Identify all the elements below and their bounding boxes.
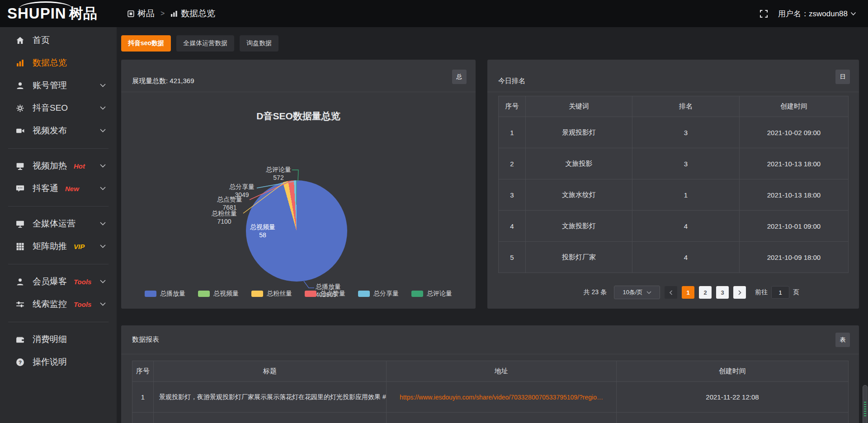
sidebar-item-video-publish[interactable]: 视频发布: [0, 119, 117, 142]
next-page-button[interactable]: [733, 286, 746, 299]
table-row: 4文旅投影灯42021-10-01 09:00: [499, 211, 849, 242]
chevron-down-icon: [100, 187, 106, 190]
chevron-down-icon: [646, 291, 651, 294]
page-button-2[interactable]: 2: [699, 286, 712, 299]
ranking-panel-title: 今日排名: [487, 60, 859, 92]
breadcrumb-current[interactable]: 数据总览: [170, 8, 215, 19]
breadcrumb-separator: >: [160, 9, 165, 18]
sidebar-divider: [8, 322, 108, 322]
table-corner-button[interactable]: 表: [835, 333, 850, 347]
pie-label-videos: 总视频量58: [240, 223, 285, 239]
table-header-row: 序号 关键词 排名 创建时间: [499, 96, 849, 117]
ranking-table: 序号 关键词 排名 创建时间 1景观投影灯32021-10-02 09:00 2…: [498, 96, 849, 273]
user-icon: [15, 81, 25, 90]
legend-swatch: [305, 291, 316, 297]
legend-item-comments[interactable]: 总评论量: [411, 290, 452, 298]
scrollbar-thumb[interactable]: [863, 385, 868, 423]
total-corner-button[interactable]: 总: [452, 70, 467, 84]
sidebar-nav: 首页 数据总览 账号管理 抖音SEO 视频发布 视频加热 Hot: [0, 27, 117, 423]
chevron-right-icon: [738, 290, 741, 295]
chevron-down-icon: [100, 129, 106, 132]
sidebar-item-douketong[interactable]: 抖客通 New: [0, 177, 117, 200]
tab-inquiry-data[interactable]: 询盘数据: [240, 35, 278, 52]
legend-item-shares[interactable]: 总分享量: [358, 290, 399, 298]
grid-icon: [15, 242, 25, 251]
legend-item-videos[interactable]: 总视频量: [198, 290, 239, 298]
page-button-3[interactable]: 3: [716, 286, 729, 299]
legend-swatch: [251, 291, 263, 297]
breadcrumb-home[interactable]: 树品: [127, 8, 155, 19]
sidebar-item-matrix-boost[interactable]: 矩阵助推 VIP: [0, 235, 117, 258]
tab-douyin-seo-data[interactable]: 抖音seo数据: [121, 35, 171, 52]
sidebar-item-lead-monitor[interactable]: 线索监控 Tools: [0, 293, 117, 315]
legend-item-fans[interactable]: 总粉丝量: [251, 290, 292, 298]
tools-badge: Tools: [74, 301, 91, 308]
sliders-icon: [15, 300, 25, 309]
chart-title: D音SEO数据量总览: [121, 110, 476, 122]
day-corner-button[interactable]: 日: [835, 70, 850, 84]
sidebar-item-media-operation[interactable]: 全媒体运营: [0, 212, 117, 235]
app-logo: SHUPIN 树品: [0, 0, 117, 27]
chevron-down-icon: [100, 84, 106, 87]
hot-badge: Hot: [74, 162, 85, 170]
table-row: 3文旅水纹灯12021-10-13 18:00: [499, 179, 849, 211]
chevron-left-icon: [670, 290, 673, 295]
scrollbar-stripes: [864, 401, 866, 416]
sidebar-item-home[interactable]: 首页: [0, 29, 117, 52]
sidebar-item-spend-detail[interactable]: 消费明细: [0, 328, 117, 351]
impressions-summary: 展现量总数: 421,369: [121, 60, 476, 92]
top-header: SHUPIN 树品 树品 > 数据总览 用户名：zswo: [0, 0, 868, 27]
sidebar-divider: [8, 264, 108, 264]
svg-text:?: ?: [19, 359, 22, 365]
sidebar-item-douyin-seo[interactable]: 抖音SEO: [0, 97, 117, 119]
pie-chart-area: D音SEO数据量总览 总评论量572 总分享量3049 总点赞量7681 总粉丝…: [121, 93, 476, 309]
video-link[interactable]: https://www.iesdouyin.com/share/video/70…: [400, 394, 603, 401]
video-camera-icon: [15, 126, 25, 136]
sidebar-item-help[interactable]: ? 操作说明: [0, 351, 117, 373]
sidebar-item-video-heat[interactable]: 视频加热 Hot: [0, 155, 117, 177]
pagination: 共 23 条 10条/页 1 2 3 前往 页: [487, 286, 859, 299]
wallet-icon: [15, 335, 25, 344]
chevron-down-icon: [850, 12, 856, 16]
table-row: 1景观投影灯32021-10-02 09:00: [499, 117, 849, 148]
page-size-select[interactable]: 10条/页: [614, 286, 660, 299]
username-label: 用户名：zswodun88: [778, 9, 848, 19]
question-icon: ?: [15, 357, 25, 367]
goto-page-input[interactable]: [771, 286, 789, 299]
pie-label-comments: 总评论量572: [256, 165, 301, 182]
legend-item-plays[interactable]: 总播放量: [145, 290, 185, 298]
legend-item-likes[interactable]: 总点赞量: [305, 290, 345, 298]
impressions-panel: 展现量总数: 421,369 总 D音SEO数据量总览 总评论量572 总分享量…: [121, 60, 476, 309]
bar-chart-icon: [170, 10, 178, 17]
fullscreen-icon[interactable]: [760, 9, 768, 18]
sidebar-item-account[interactable]: 账号管理: [0, 74, 117, 97]
table-row: 1 景观投影灯，夜游景观投影灯厂家展示展示落花灯在花园里的灯光投影应用效果 # …: [132, 382, 849, 413]
legend-swatch: [198, 291, 210, 297]
user-menu[interactable]: 用户名：zswodun88: [778, 9, 856, 19]
chat-bubble-icon: [15, 184, 25, 193]
tab-media-operation-data[interactable]: 全媒体运营数据: [176, 35, 234, 52]
sidebar-item-member-burst[interactable]: 会员爆客 Tools: [0, 270, 117, 293]
monitor-icon: [15, 219, 25, 229]
sidebar-item-data-overview[interactable]: 数据总览: [0, 52, 117, 74]
sidebar-divider: [8, 206, 108, 207]
app-square-icon: [127, 10, 134, 17]
pagination-total: 共 23 条: [584, 288, 607, 296]
gear-icon: [15, 103, 25, 113]
member-icon: [15, 277, 25, 287]
breadcrumb-home-label: 树品: [137, 8, 155, 19]
chevron-down-icon: [100, 280, 106, 283]
tools-badge: Tools: [74, 278, 91, 286]
table-row: 5投影灯厂家42021-10-09 18:00: [499, 242, 849, 273]
report-table: 序号 标题 地址 创建时间 1 景观投影灯，夜游景观投影灯厂家展示展示落花灯在花…: [132, 361, 849, 423]
page-button-1[interactable]: 1: [682, 286, 694, 299]
chevron-down-icon: [100, 302, 106, 306]
vip-badge: VIP: [74, 243, 85, 250]
logo-arc: [19, 1, 72, 9]
report-panel-title: 数据报表: [121, 325, 859, 354]
breadcrumb-current-label: 数据总览: [181, 8, 215, 19]
logo-text-cn: 树品: [69, 4, 97, 23]
prev-page-button[interactable]: [665, 286, 677, 299]
sidebar-divider: [8, 148, 108, 149]
breadcrumb: 树品 > 数据总览: [127, 8, 215, 19]
